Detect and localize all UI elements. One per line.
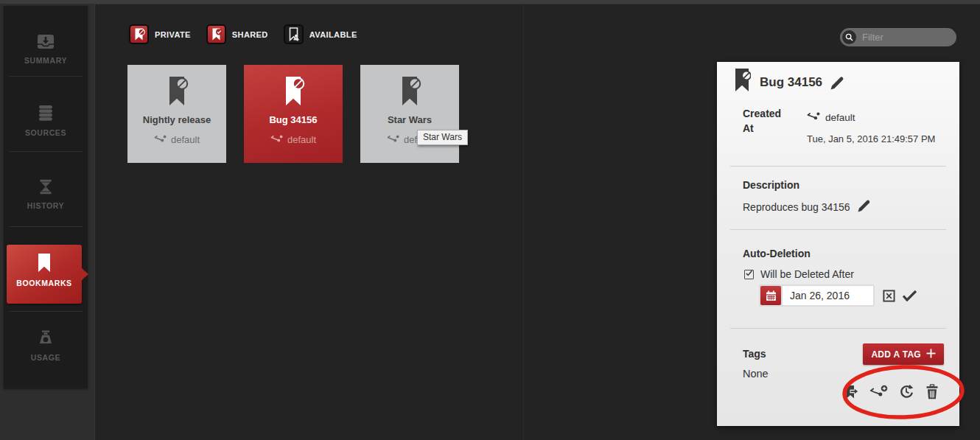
database-icon [38, 105, 54, 122]
section-divider [730, 166, 946, 167]
stream-icon [387, 134, 399, 145]
edit-title-pencil-icon[interactable] [830, 76, 844, 94]
sidebar-item-label: HISTORY [4, 201, 88, 210]
content-pane-divider [523, 4, 524, 440]
deletion-date-row [759, 284, 917, 307]
add-a-tag-button[interactable]: ADD A TAG [863, 343, 944, 365]
sidebar-divider [9, 151, 83, 152]
stream-icon [270, 134, 283, 145]
description-row: Reproduces bug 34156 [743, 199, 871, 215]
sidebar-item-label: USAGE [4, 353, 88, 362]
bookmark-card-nightly-release[interactable]: Nightly release default [127, 65, 226, 163]
sidebar-item-usage[interactable]: USAGE [4, 330, 88, 362]
tab-label: PRIVATE [155, 30, 191, 39]
sidebar-item-summary[interactable]: SUMMARY [4, 34, 88, 65]
stream-name: default [287, 134, 316, 145]
tags-label: Tags [743, 348, 766, 360]
sidebar-item-history[interactable]: HISTORY [4, 179, 88, 210]
description-label: Description [743, 179, 799, 191]
bookmark-private-icon [129, 24, 149, 44]
sidebar: SUMMARY SOURCES HISTORY [4, 6, 88, 388]
bookmark-filter-tabs: PRIVATE SHARED AVAILABLE [129, 24, 373, 44]
confirm-date-check-icon[interactable] [902, 290, 917, 301]
filter-input[interactable] [856, 32, 956, 43]
stream-icon [807, 111, 820, 123]
calendar-button[interactable] [760, 286, 781, 305]
bookmark-disabled-icon [281, 76, 306, 110]
created-at-stream: default [807, 111, 855, 123]
bookmark-action-toolbar [844, 384, 939, 399]
restore-history-icon[interactable] [899, 384, 914, 399]
sidebar-divider [9, 311, 83, 312]
new-stream-icon[interactable] [869, 385, 888, 399]
sidebar-item-bookmarks[interactable]: BOOKMARKS [7, 245, 82, 304]
bookmark-stream: default [154, 134, 200, 145]
add-a-tag-label: ADD A TAG [871, 349, 921, 360]
delete-trash-icon[interactable] [925, 384, 939, 399]
bookmark-disabled-icon [397, 76, 422, 110]
bookmark-name: Bug 34156 [269, 114, 317, 125]
calendar-icon [765, 290, 777, 302]
inbox-download-icon [37, 34, 55, 49]
bookmark-card-bug-34156[interactable]: Bug 34156 default [244, 65, 343, 163]
bookmark-card-star-wars[interactable]: Star Wars default [360, 65, 459, 163]
stream-name: default [171, 134, 200, 145]
section-divider [730, 229, 946, 230]
tab-private[interactable]: PRIVATE [129, 24, 191, 44]
bookmark-available-icon [284, 24, 304, 44]
section-divider [730, 328, 946, 329]
sidebar-divider [9, 76, 83, 77]
plus-icon [926, 349, 936, 360]
detail-header: Bug 34156 [735, 69, 844, 96]
sidebar-item-label: BOOKMARKS [7, 279, 82, 287]
tags-value: None [743, 368, 769, 380]
bookmark-name: Nightly release [143, 114, 211, 125]
bookmark-disabled-icon [164, 76, 189, 110]
checkbox-label: Will be Deleted After [760, 268, 854, 280]
deletion-date-input[interactable] [783, 286, 873, 305]
usage-weight-icon [38, 330, 54, 346]
bookmark-shared-icon [206, 24, 226, 44]
date-picker-group [759, 284, 875, 307]
search-icon [842, 30, 856, 44]
sidebar-item-label: SUMMARY [4, 56, 88, 65]
filter-search [840, 28, 956, 46]
sidebar-item-label: SOURCES [4, 128, 88, 137]
bookmark-disabled-icon [735, 69, 751, 96]
tab-available[interactable]: AVAILABLE [284, 24, 357, 44]
hourglass-icon [38, 179, 53, 195]
auto-deletion-label: Auto-Deletion [743, 248, 811, 259]
tab-label: AVAILABLE [309, 30, 357, 39]
sidebar-item-sources[interactable]: SOURCES [4, 105, 88, 137]
bookmark-icon [38, 254, 51, 273]
bookmark-stream: default [270, 134, 316, 145]
tab-shared[interactable]: SHARED [206, 24, 268, 44]
export-bookmark-icon[interactable] [844, 385, 858, 399]
detail-title: Bug 34156 [760, 75, 822, 90]
created-at-timestamp: Tue, Jan 5, 2016 21:49:57 PM [807, 133, 935, 144]
stream-name: default [825, 112, 855, 123]
created-at-label: Created At [743, 106, 790, 136]
bookmark-detail-panel: Bug 34156 Created At default Tue, Jan 5,… [717, 62, 959, 426]
stream-icon [154, 134, 167, 145]
tab-label: SHARED [232, 30, 268, 39]
bookmark-card-list: Nightly release default Bug 34156 [127, 65, 477, 163]
checkbox-checked-icon[interactable] [744, 270, 754, 279]
description-value: Reproduces bug 34156 [743, 201, 850, 213]
edit-description-pencil-icon[interactable] [857, 199, 871, 215]
tooltip: Star Wars [417, 130, 468, 145]
bookmark-name: Star Wars [388, 114, 432, 125]
cancel-date-icon[interactable] [883, 290, 895, 302]
will-be-deleted-checkbox-row[interactable]: Will be Deleted After [744, 268, 854, 280]
sidebar-divider [9, 226, 83, 227]
